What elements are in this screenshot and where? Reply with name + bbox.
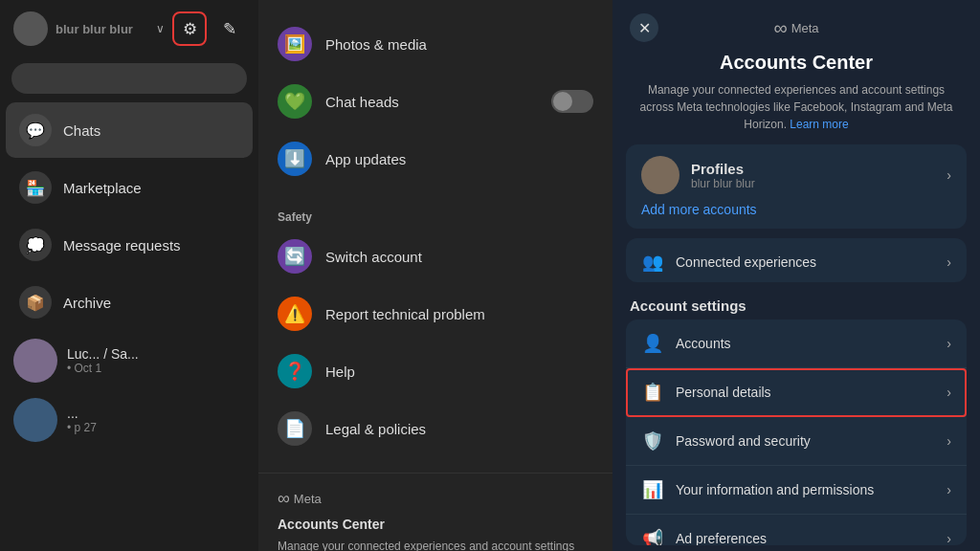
personal-details-item[interactable]: 📋 Personal details › bbox=[626, 368, 967, 417]
conv-preview: • p 27 bbox=[67, 421, 245, 434]
app-updates-label: App updates bbox=[325, 151, 406, 167]
sidebar-username: blur blur blur bbox=[56, 22, 148, 36]
connected-experiences-label: Connected experiences bbox=[676, 254, 935, 270]
your-information-icon: 📊 bbox=[641, 479, 664, 500]
app-updates-icon: ⬇️ bbox=[278, 142, 312, 176]
add-accounts-button[interactable]: Add more accounts bbox=[641, 194, 951, 217]
password-security-label: Password and security bbox=[676, 433, 935, 449]
sidebar-item-chats[interactable]: 💬 Chats bbox=[6, 102, 253, 158]
archive-icon: 📦 bbox=[19, 286, 52, 319]
password-security-icon: 🛡️ bbox=[641, 430, 664, 452]
conv-preview: • Oct 1 bbox=[67, 362, 245, 375]
marketplace-label: Marketplace bbox=[63, 180, 142, 196]
edit-button[interactable]: ✎ bbox=[214, 13, 245, 44]
help-icon: ❓ bbox=[278, 354, 312, 388]
chat-heads-label: Chat heads bbox=[325, 94, 399, 110]
photos-media-label: Photos & media bbox=[325, 36, 427, 53]
conv-avatar bbox=[13, 398, 57, 442]
switch-account-icon: 🔄 bbox=[278, 239, 312, 274]
meta-accounts-section: ∞ Meta Accounts Center Manage your conne… bbox=[258, 473, 612, 551]
sidebar-item-marketplace[interactable]: 🏪 Marketplace bbox=[6, 160, 253, 215]
profiles-chevron-icon: › bbox=[947, 167, 951, 183]
sidebar-item-message-requests[interactable]: 💭 Message requests bbox=[6, 217, 253, 273]
search-bar bbox=[11, 63, 247, 94]
sidebar-header: blur blur blur ∨ ⚙ ✎ bbox=[0, 0, 258, 57]
safety-section-label: Safety bbox=[258, 203, 612, 228]
meta-accounts-center-title: Accounts Center bbox=[278, 517, 593, 532]
conv-name: ... bbox=[67, 406, 245, 421]
help-item[interactable]: ❓ Help bbox=[258, 342, 612, 400]
settings-panel: 🖼️ Photos & media 💚 Chat heads ⬇️ App up… bbox=[258, 0, 612, 551]
chat-heads-icon: 💚 bbox=[278, 84, 312, 119]
connected-experiences-chevron-icon: › bbox=[947, 254, 951, 270]
close-button[interactable]: ✕ bbox=[630, 13, 658, 42]
legal-policies-label: Legal & policies bbox=[325, 421, 426, 437]
your-information-label: Your information and permissions bbox=[676, 482, 935, 497]
learn-more-link[interactable]: Learn more bbox=[790, 118, 848, 131]
accounts-center-title: Accounts Center bbox=[612, 48, 980, 81]
accounts-icon: 👤 bbox=[641, 333, 664, 354]
password-security-item[interactable]: 🛡️ Password and security › bbox=[626, 417, 967, 466]
safety-settings-section: 🔄 Switch account ⚠️ Report technical pro… bbox=[258, 228, 612, 473]
profiles-avatar bbox=[641, 156, 679, 194]
accounts-center-desc: Manage your connected experiences and ac… bbox=[612, 81, 980, 144]
account-settings-section: 👤 Accounts › 📋 Personal details › 🛡️ Pas… bbox=[626, 320, 967, 545]
photos-media-item[interactable]: 🖼️ Photos & media bbox=[258, 15, 612, 73]
profiles-info: Profiles blur blur blur bbox=[691, 161, 935, 190]
meta-brand-text: Meta bbox=[791, 21, 819, 35]
meta-infinity-brand-icon: ∞ bbox=[773, 17, 787, 39]
gear-button[interactable]: ⚙ bbox=[172, 11, 207, 46]
accounts-center-panel: ✕ ∞ Meta Accounts Center Manage your con… bbox=[612, 0, 980, 551]
legal-policies-icon: 📄 bbox=[278, 411, 312, 446]
app-updates-item[interactable]: ⬇️ App updates bbox=[258, 130, 612, 187]
conversation-item[interactable]: ... • p 27 bbox=[0, 390, 258, 450]
connected-experiences-section: 👥 Connected experiences › bbox=[626, 238, 967, 282]
archive-label: Archive bbox=[63, 295, 111, 311]
report-technical-icon: ⚠️ bbox=[278, 297, 312, 331]
avatar bbox=[13, 11, 48, 46]
meta-text: Meta bbox=[294, 492, 322, 506]
meta-logo: ∞ Meta bbox=[278, 489, 593, 509]
chat-heads-toggle[interactable] bbox=[551, 90, 593, 113]
meta-brand: ∞ Meta bbox=[773, 17, 818, 39]
password-security-chevron-icon: › bbox=[947, 433, 951, 449]
sidebar: blur blur blur ∨ ⚙ ✎ 💬 Chats 🏪 Marketpla… bbox=[0, 0, 258, 551]
meta-infinity-icon: ∞ bbox=[278, 489, 290, 509]
ad-preferences-item[interactable]: 📢 Ad preferences › bbox=[626, 515, 967, 545]
account-settings-label: Account settings bbox=[612, 288, 980, 320]
your-information-item[interactable]: 📊 Your information and permissions › bbox=[626, 466, 967, 515]
conversation-item[interactable]: Luc... / Sa... • Oct 1 bbox=[0, 331, 258, 390]
personal-details-icon: 📋 bbox=[641, 382, 664, 403]
chats-label: Chats bbox=[63, 122, 100, 139]
conv-avatar bbox=[13, 339, 57, 383]
chevron-down-icon: ∨ bbox=[156, 22, 165, 35]
accounts-chevron-icon: › bbox=[947, 336, 951, 351]
profiles-title: Profiles bbox=[691, 161, 935, 177]
marketplace-icon: 🏪 bbox=[19, 171, 52, 204]
panel-header: ✕ ∞ Meta bbox=[612, 0, 980, 48]
report-technical-item[interactable]: ⚠️ Report technical problem bbox=[258, 285, 612, 342]
legal-policies-item[interactable]: 📄 Legal & policies bbox=[258, 400, 612, 457]
personal-details-label: Personal details bbox=[676, 385, 935, 400]
conv-name: Luc... / Sa... bbox=[67, 346, 245, 362]
profiles-card[interactable]: Profiles blur blur blur › Add more accou… bbox=[626, 144, 967, 229]
connected-experiences-icon: 👥 bbox=[641, 252, 664, 273]
ad-preferences-icon: 📢 bbox=[641, 528, 664, 545]
message-requests-icon: 💭 bbox=[19, 229, 52, 261]
ad-preferences-label: Ad preferences bbox=[676, 531, 935, 545]
switch-account-label: Switch account bbox=[325, 249, 422, 265]
ad-preferences-chevron-icon: › bbox=[947, 531, 951, 545]
connected-experiences-item[interactable]: 👥 Connected experiences › bbox=[626, 238, 967, 282]
switch-account-item[interactable]: 🔄 Switch account bbox=[258, 228, 612, 285]
sidebar-item-archive[interactable]: 📦 Archive bbox=[6, 275, 253, 330]
chat-heads-item[interactable]: 💚 Chat heads bbox=[258, 73, 612, 130]
chats-icon: 💬 bbox=[19, 114, 52, 146]
conv-info: Luc... / Sa... • Oct 1 bbox=[67, 346, 245, 375]
meta-accounts-center-desc: Manage your connected experiences and ac… bbox=[278, 538, 593, 551]
personal-details-chevron-icon: › bbox=[947, 385, 951, 400]
message-requests-label: Message requests bbox=[63, 237, 181, 253]
conv-info: ... • p 27 bbox=[67, 406, 245, 434]
accounts-item[interactable]: 👤 Accounts › bbox=[626, 320, 967, 368]
close-icon: ✕ bbox=[638, 19, 651, 37]
conversation-list: Luc... / Sa... • Oct 1 ... • p 27 bbox=[0, 331, 258, 551]
